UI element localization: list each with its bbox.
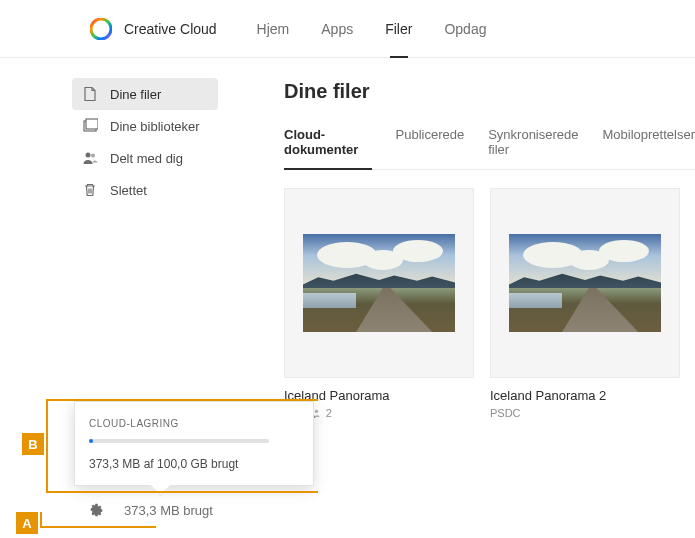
- tab-mobiloprettelser[interactable]: Mobiloprettelser: [603, 127, 696, 169]
- tab-synkroniserede[interactable]: Synkroniserede filer: [488, 127, 578, 169]
- brand-name: Creative Cloud: [124, 21, 217, 37]
- file-card[interactable]: Iceland Panorama 2 PSDC: [490, 188, 680, 419]
- trash-icon: [82, 182, 98, 198]
- libraries-icon: [82, 118, 98, 134]
- storage-footer-text: 373,3 MB brugt: [124, 503, 213, 518]
- file-name: Iceland Panorama 2: [490, 388, 680, 403]
- file-card[interactable]: Iceland Panorama C • 2: [284, 188, 474, 419]
- storage-popover-title: CLOUD-LAGRING: [89, 418, 299, 429]
- tab-publicerede[interactable]: Publicerede: [396, 127, 465, 169]
- main-panel: Dine filer Cloud-dokumenter Publicerede …: [230, 58, 695, 419]
- storage-progress-bar: [89, 439, 269, 443]
- landscape-preview: [509, 234, 661, 332]
- file-icon: [82, 86, 98, 102]
- nav-filer[interactable]: Filer: [375, 0, 422, 58]
- sidebar-item-label: Delt med dig: [110, 151, 183, 166]
- sidebar-item-label: Slettet: [110, 183, 147, 198]
- app-header: Creative Cloud Hjem Apps Filer Opdag: [0, 0, 695, 58]
- creative-cloud-logo: [90, 18, 112, 40]
- callout-line: [40, 526, 156, 528]
- landscape-preview: [303, 234, 455, 332]
- file-meta: PSDC: [490, 407, 680, 419]
- storage-usage-text: 373,3 MB af 100,0 GB brugt: [89, 457, 299, 471]
- shared-icon: [82, 150, 98, 166]
- sidebar-item-slettet[interactable]: Slettet: [72, 174, 218, 206]
- page-title: Dine filer: [284, 80, 695, 103]
- storage-footer: 373,3 MB brugt: [88, 502, 213, 518]
- svg-point-3: [86, 153, 91, 158]
- svg-point-6: [315, 410, 318, 413]
- callout-line: [46, 491, 318, 493]
- gear-icon[interactable]: [88, 502, 104, 518]
- sidebar-item-label: Dine biblioteker: [110, 119, 200, 134]
- storage-progress-fill: [89, 439, 93, 443]
- file-tabs: Cloud-dokumenter Publicerede Synkroniser…: [284, 127, 695, 170]
- callout-line: [46, 399, 318, 401]
- file-thumbnail: [284, 188, 474, 378]
- callout-line: [46, 399, 48, 493]
- callout-line: [40, 512, 42, 528]
- nav-opdag[interactable]: Opdag: [434, 0, 496, 58]
- storage-popover: CLOUD-LAGRING 373,3 MB af 100,0 GB brugt: [74, 401, 314, 486]
- nav-apps[interactable]: Apps: [311, 0, 363, 58]
- content-area: Dine filer Dine biblioteker Delt med dig…: [0, 58, 695, 419]
- sidebar-item-biblioteker[interactable]: Dine biblioteker: [72, 110, 218, 142]
- sidebar-item-dine-filer[interactable]: Dine filer: [72, 78, 218, 110]
- sidebar: Dine filer Dine biblioteker Delt med dig…: [0, 58, 230, 419]
- file-grid: Iceland Panorama C • 2 Iceland Panorama …: [284, 188, 695, 419]
- file-thumbnail: [490, 188, 680, 378]
- tab-cloud-dokumenter[interactable]: Cloud-dokumenter: [284, 127, 372, 169]
- shared-count: 2: [326, 407, 332, 419]
- sidebar-item-delt[interactable]: Delt med dig: [72, 142, 218, 174]
- svg-point-4: [91, 154, 95, 158]
- nav-hjem[interactable]: Hjem: [247, 0, 300, 58]
- svg-rect-2: [86, 119, 98, 129]
- svg-point-0: [91, 19, 111, 39]
- callout-b: B: [22, 433, 44, 455]
- callout-a: A: [16, 512, 38, 534]
- sidebar-item-label: Dine filer: [110, 87, 161, 102]
- file-type: PSDC: [490, 407, 521, 419]
